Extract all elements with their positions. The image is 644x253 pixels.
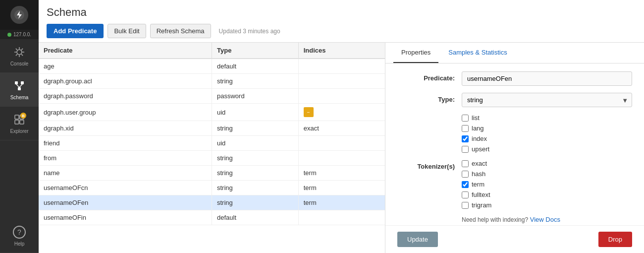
- cell-type: string: [212, 181, 299, 195]
- sidebar-logo: [0, 0, 39, 30]
- sidebar-status: 127.0.0.: [0, 30, 39, 39]
- checkbox-item-index[interactable]: index: [462, 135, 489, 142]
- sidebar-item-console[interactable]: Console: [0, 39, 39, 73]
- tokenizer-checkbox-term[interactable]: [462, 181, 469, 188]
- checkbox-item-upsert[interactable]: upsert: [462, 145, 489, 153]
- tokenizers-row: Tokenizer(s) exacthashtermfulltexttrigra…: [397, 160, 632, 209]
- cell-predicate: dgraph.xid: [39, 121, 212, 136]
- explorer-icon: B: [12, 113, 26, 126]
- col-predicate: Predicate: [39, 43, 212, 59]
- table-row[interactable]: dgraph.user.groupuid−: [39, 104, 385, 121]
- help-text: Need help with indexing?: [462, 216, 528, 223]
- table-row[interactable]: fromstring: [39, 151, 385, 166]
- cell-type: default: [212, 210, 299, 225]
- col-type: Type: [212, 43, 299, 59]
- tokenizer-item-hash[interactable]: hash: [462, 170, 491, 178]
- checkbox-upsert[interactable]: [462, 146, 469, 153]
- predicate-field-label: Predicate:: [397, 71, 462, 82]
- cell-predicate: friend: [39, 136, 212, 151]
- svg-line-15: [19, 84, 22, 87]
- attributes-row: listlangindexupsert: [397, 114, 632, 153]
- console-icon: [12, 45, 26, 59]
- checkbox-label-lang: lang: [472, 125, 484, 132]
- checkbox-index[interactable]: [462, 135, 469, 142]
- tokenizer-item-trigram[interactable]: trigram: [462, 201, 491, 209]
- table-row[interactable]: namestringterm: [39, 166, 385, 181]
- expand-icon[interactable]: −: [304, 107, 314, 117]
- help-label: Help: [14, 241, 25, 247]
- svg-rect-19: [20, 120, 24, 124]
- cell-indices: term: [299, 166, 385, 180]
- cell-indices: exact: [299, 121, 385, 135]
- tokenizer-label-trigram: trigram: [472, 201, 491, 209]
- help-container: Need help with indexing? View Docs: [462, 216, 560, 223]
- cell-type: string: [212, 151, 299, 166]
- table-panel: Predicate Type Indices agedefaultdgraph.…: [39, 43, 385, 253]
- checkbox-lang[interactable]: [462, 125, 469, 132]
- predicate-input[interactable]: [462, 71, 632, 86]
- checkbox-list[interactable]: [462, 115, 469, 122]
- cell-indices: [299, 89, 385, 96]
- checkbox-item-lang[interactable]: lang: [462, 125, 489, 132]
- toolbar: Add Predicate Bulk Edit Refresh Schema U…: [47, 24, 636, 38]
- cell-predicate: dgraph.user.group: [39, 104, 212, 121]
- properties-panel: Predicate: Type: defaultintfloatstringbo…: [385, 63, 644, 225]
- logo-icon: [10, 6, 28, 24]
- table-row[interactable]: agedefault: [39, 59, 385, 74]
- cell-indices: [299, 74, 385, 81]
- tokenizer-item-exact[interactable]: exact: [462, 160, 491, 167]
- tokenizer-checkbox-trigram[interactable]: [462, 202, 469, 209]
- svg-line-9: [21, 49, 23, 50]
- tokenizer-checkbox-exact[interactable]: [462, 160, 469, 167]
- cell-predicate: age: [39, 59, 212, 74]
- table-row[interactable]: usernameOFindefault: [39, 210, 385, 225]
- right-panel: Properties Samples & Statistics Predicat…: [385, 43, 644, 253]
- tab-bar: Properties Samples & Statistics: [385, 43, 644, 63]
- table-scroll[interactable]: Predicate Type Indices agedefaultdgraph.…: [39, 43, 385, 253]
- tokenizer-item-term[interactable]: term: [462, 181, 491, 188]
- table-row[interactable]: dgraph.passwordpassword: [39, 89, 385, 104]
- cell-type: password: [212, 89, 299, 104]
- refresh-schema-button[interactable]: Refresh Schema: [150, 24, 211, 38]
- bulk-edit-button[interactable]: Bulk Edit: [107, 24, 146, 38]
- status-text: 127.0.0.: [13, 32, 31, 37]
- tokenizer-item-fulltext[interactable]: fulltext: [462, 191, 491, 198]
- sidebar-item-explorer[interactable]: B Explorer: [0, 107, 39, 140]
- predicate-row: Predicate:: [397, 71, 632, 86]
- explorer-label: Explorer: [10, 128, 28, 134]
- tab-samples[interactable]: Samples & Statistics: [440, 43, 515, 63]
- cell-predicate: dgraph.group.acl: [39, 74, 212, 89]
- update-button[interactable]: Update: [397, 232, 438, 247]
- cell-predicate: name: [39, 166, 212, 181]
- svg-rect-18: [15, 120, 19, 124]
- drop-button[interactable]: Drop: [598, 232, 632, 247]
- view-docs-link[interactable]: View Docs: [530, 216, 560, 223]
- cell-predicate: from: [39, 151, 212, 166]
- table-row[interactable]: frienduid: [39, 136, 385, 151]
- add-predicate-button[interactable]: Add Predicate: [47, 24, 104, 38]
- cell-type: string: [212, 195, 299, 210]
- table-row[interactable]: usernameOFcnstringterm: [39, 181, 385, 195]
- type-select[interactable]: defaultintfloatstringbooldateTimegeopass…: [462, 93, 632, 107]
- tab-properties[interactable]: Properties: [393, 43, 438, 63]
- cell-indices: [299, 59, 385, 66]
- table-row[interactable]: dgraph.xidstringexact: [39, 121, 385, 136]
- status-indicator: [7, 33, 11, 37]
- svg-line-8: [21, 54, 23, 56]
- tokenizer-checkbox-fulltext[interactable]: [462, 191, 469, 198]
- sidebar-item-schema[interactable]: Schema: [0, 73, 39, 107]
- console-label: Console: [10, 61, 29, 66]
- tokenizer-checkbox-hash[interactable]: [462, 171, 469, 178]
- table-row[interactable]: dgraph.group.aclstring: [39, 74, 385, 89]
- main-content: Schema Add Predicate Bulk Edit Refresh S…: [39, 0, 644, 253]
- table-row[interactable]: usernameOFenstringterm: [39, 195, 385, 210]
- cell-type: uid: [212, 104, 299, 121]
- svg-rect-16: [15, 115, 19, 119]
- cell-indices: [299, 151, 385, 158]
- sidebar-item-help[interactable]: ? Help: [0, 219, 39, 253]
- cell-indices: term: [299, 195, 385, 210]
- predicate-table: Predicate Type Indices agedefaultdgraph.…: [39, 43, 385, 225]
- help-row: Need help with indexing? View Docs: [397, 216, 632, 223]
- type-row: Type: defaultintfloatstringbooldateTimeg…: [397, 93, 632, 107]
- checkbox-item-list[interactable]: list: [462, 114, 489, 122]
